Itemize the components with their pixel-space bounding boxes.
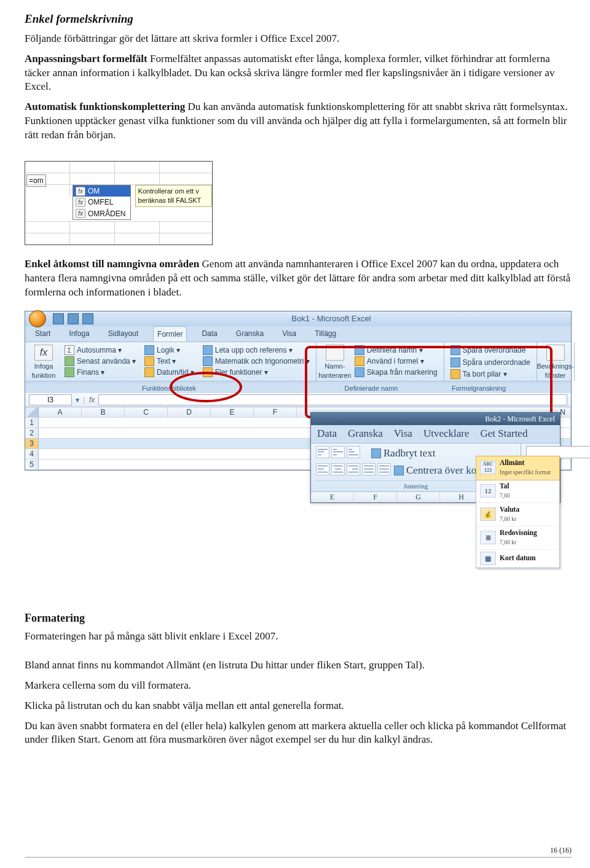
number-format-item-kort-datum[interactable]: ▦ Kort datum xyxy=(476,550,559,568)
heading-formatering: Formatering xyxy=(25,611,307,625)
dropdown-icon[interactable]: ▾ xyxy=(76,395,79,405)
autocomplete-tooltip: Kontrollerar om ett v beräknas till FALS… xyxy=(135,185,212,207)
define-name-button[interactable]: Definiera namn ▾ xyxy=(353,345,439,356)
align-center-button[interactable] xyxy=(331,463,345,475)
row-header[interactable]: 3 xyxy=(25,439,39,449)
row-header[interactable]: 5 xyxy=(25,459,39,470)
col-header[interactable]: G xyxy=(397,492,440,502)
col-header[interactable]: B xyxy=(82,407,125,418)
trace-dependents-button[interactable]: Spåra underordnade xyxy=(449,357,532,368)
row-header[interactable]: 4 xyxy=(25,449,39,459)
run-bold: Automatisk funktionskomplettering xyxy=(25,101,185,112)
text-button[interactable]: Text ▾ xyxy=(143,356,195,367)
col-header[interactable]: D xyxy=(168,407,211,418)
name-manager-button[interactable]: Namn-hanteraren xyxy=(321,345,348,380)
finance-button[interactable]: Finans ▾ xyxy=(63,367,137,378)
trace-precedents-button[interactable]: Spåra överordnade xyxy=(449,345,532,356)
create-from-selection-button[interactable]: Skapa från markering xyxy=(353,367,439,378)
math-button[interactable]: Matematik och trigonometri ▾ xyxy=(202,356,311,367)
number-format-item-tal[interactable]: 12 Tal7,60 xyxy=(476,480,559,503)
number-icon: 12 xyxy=(480,484,496,498)
run-bold: Anpassningsbart formelfält xyxy=(25,53,148,65)
tab-granska[interactable]: Granska xyxy=(232,326,267,342)
fx-small-icon xyxy=(355,356,364,366)
paragraph: Följande förbättringar gör det lättare a… xyxy=(25,32,572,46)
fx-icon: fx xyxy=(76,187,85,197)
tab-granska[interactable]: Granska xyxy=(348,427,383,441)
run-bold: Enkel åtkomst till namngivna områden xyxy=(25,258,199,270)
fx-label-icon[interactable]: fx xyxy=(89,395,95,405)
qat-save-icon[interactable] xyxy=(53,313,64,324)
fx-icon: fx xyxy=(76,209,85,219)
autocomplete-menu[interactable]: fxOM fxOMFEL fxOMRÅDEN xyxy=(73,185,131,220)
autosumma-button[interactable]: ΣAutosumma ▾ xyxy=(63,345,137,356)
window-title: Bok2 - Microsoft Excel xyxy=(311,413,560,425)
more-functions-button[interactable]: Fler funktioner ▾ xyxy=(202,367,311,378)
office-button[interactable] xyxy=(29,310,46,327)
tab-tillagg[interactable]: Tillägg xyxy=(311,326,340,342)
number-format-item-redovisning[interactable]: ≣ Redovisning7,60 kr xyxy=(476,526,559,550)
sigma-icon: Σ xyxy=(65,345,74,355)
name-manager-icon xyxy=(326,345,344,361)
qat-redo-icon[interactable] xyxy=(82,313,93,324)
col-header[interactable]: E xyxy=(211,407,254,418)
arrow-up-icon xyxy=(450,345,460,355)
number-format-item-allmant[interactable]: ABC123 AllmäntInget specifikt format xyxy=(476,456,559,480)
col-header[interactable]: F xyxy=(354,492,397,502)
number-format-menu[interactable]: ABC123 AllmäntInget specifikt format 12 … xyxy=(476,456,560,568)
tab-visa[interactable]: Visa xyxy=(278,326,300,342)
indent-inc-button[interactable] xyxy=(377,463,391,475)
col-header[interactable]: E xyxy=(311,492,354,502)
figure-excel-overlay: Bok2 - Microsoft Excel Data Granska Visa… xyxy=(310,412,560,504)
autocomplete-item[interactable]: fxOMRÅDEN xyxy=(73,208,130,219)
col-header[interactable]: C xyxy=(125,407,168,418)
group-funktionsbibliotek: fx Infoga funktion ΣAutosumma ▾ Senast a… xyxy=(25,342,317,381)
figure-ribbon-wrap: Bok1 - Microsoft Excel Start Infoga Sidl… xyxy=(25,311,572,644)
logic-button[interactable]: Logik ▾ xyxy=(143,345,195,356)
tab-data[interactable]: Data xyxy=(198,326,221,342)
lookup-button[interactable]: Leta upp och referens ▾ xyxy=(202,345,311,356)
watch-window-button[interactable]: Bevaknings-fönster xyxy=(542,345,569,380)
remove-arrows-button[interactable]: Ta bort pilar ▾ xyxy=(449,369,532,380)
align-right-button[interactable] xyxy=(347,463,360,475)
tab-infoga[interactable]: Infoga xyxy=(65,326,93,342)
group-title: Formelgranskning xyxy=(430,383,528,393)
figure-autocomplete: =om fxOM fxOMFEL fxOMRÅDEN Kontrollerar … xyxy=(25,161,213,245)
col-header[interactable]: A xyxy=(39,407,82,418)
tab-utvecklare[interactable]: Utvecklare xyxy=(423,427,470,441)
use-in-formula-button[interactable]: Använd i formel ▾ xyxy=(353,356,439,367)
group-title xyxy=(528,383,571,393)
name-box[interactable]: I3 xyxy=(29,394,72,405)
number-format-item-valuta[interactable]: 💰 Valuta7,60 kr xyxy=(476,503,559,526)
tab-visa[interactable]: Visa xyxy=(394,427,412,441)
wrap-text-button[interactable]: Radbryt text xyxy=(370,446,437,461)
tab-get-started[interactable]: Get Started xyxy=(480,427,527,441)
col-header[interactable]: F xyxy=(254,407,297,418)
recent-button[interactable]: Senast använda ▾ xyxy=(63,356,137,367)
row-header[interactable]: 1 xyxy=(25,418,39,428)
align-left-button[interactable] xyxy=(316,463,329,475)
autocomplete-item[interactable]: fxOM xyxy=(73,186,130,197)
row-header[interactable]: 2 xyxy=(25,428,39,439)
tab-formler[interactable]: Formler xyxy=(153,326,187,342)
ribbon-groups: fx Infoga funktion ΣAutosumma ▾ Senast a… xyxy=(25,342,571,382)
tab-start[interactable]: Start xyxy=(31,326,54,342)
indent-dec-button[interactable] xyxy=(362,463,376,475)
autocomplete-item[interactable]: fxOMFEL xyxy=(73,197,130,208)
watch-icon xyxy=(546,345,565,361)
align-bottom-button[interactable] xyxy=(347,446,360,458)
text-icon xyxy=(144,356,154,366)
qat-undo-icon[interactable] xyxy=(68,313,79,324)
currency-icon: 💰 xyxy=(480,507,496,521)
tab-data[interactable]: Data xyxy=(317,427,337,441)
accounting-icon: ≣ xyxy=(480,531,496,544)
datetime-button[interactable]: Datum/tid ▾ xyxy=(143,367,195,378)
tab-sidlayout[interactable]: Sidlayout xyxy=(104,326,142,342)
formula-input[interactable] xyxy=(98,394,567,405)
group-definierade-namn: Namn-hanteraren Definiera namn ▾ Använd … xyxy=(317,342,444,381)
align-middle-button[interactable] xyxy=(331,446,345,458)
select-all-corner[interactable] xyxy=(25,407,39,418)
insert-function-button[interactable]: fx Infoga funktion xyxy=(30,345,57,380)
group-title: Definierade namn xyxy=(313,383,430,393)
align-top-button[interactable] xyxy=(316,446,329,458)
